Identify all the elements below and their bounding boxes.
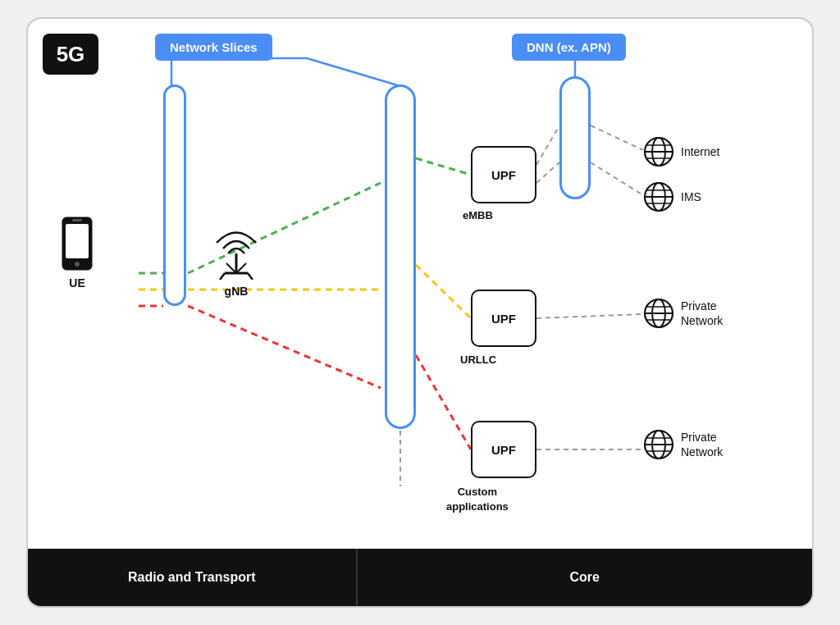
svg-rect-22	[72, 219, 82, 221]
bottom-bar: Radio and Transport Core	[28, 549, 812, 606]
svg-line-15	[591, 125, 643, 150]
custom-label: Customapplications	[446, 485, 509, 514]
pill-right	[385, 84, 416, 429]
embb-label: eMBB	[463, 209, 493, 221]
pill-dnn	[559, 76, 591, 199]
svg-line-14	[536, 162, 559, 183]
urllc-label: URLLC	[460, 354, 496, 366]
gnb-label: gNB	[225, 285, 249, 298]
svg-line-1	[307, 58, 400, 86]
private-network-2-globe-icon	[643, 429, 674, 460]
svg-line-13	[536, 125, 559, 165]
svg-line-28	[226, 263, 236, 273]
private-network-1-label: PrivateNetwork	[681, 299, 723, 328]
svg-line-4	[416, 158, 471, 175]
ims-globe-icon	[643, 181, 674, 212]
ue-label: UE	[69, 276, 84, 290]
ims-label: IMS	[681, 190, 701, 203]
network-slices-label: Network Slices	[155, 34, 272, 61]
pill-left	[163, 84, 186, 306]
bottom-core-section: Core	[358, 549, 812, 606]
svg-line-26	[220, 273, 225, 280]
svg-line-29	[236, 263, 246, 273]
connections-svg	[28, 19, 812, 549]
private-network-1-item: PrivateNetwork	[643, 298, 723, 329]
phone-icon	[61, 216, 94, 271]
private-network-2-label: PrivateNetwork	[681, 430, 723, 459]
main-area: 5G Network Slices DNN (ex. APN)	[28, 19, 812, 549]
svg-line-17	[536, 314, 643, 318]
upf-embb-box: UPF	[471, 146, 536, 203]
radio-transport-label: Radio and Transport	[128, 570, 256, 585]
svg-rect-21	[66, 224, 89, 258]
core-label: Core	[570, 570, 600, 585]
ue-device: UE	[61, 216, 94, 290]
dnn-label: DNN (ex. APN)	[512, 34, 626, 61]
svg-line-12	[188, 306, 381, 388]
internet-globe-icon	[643, 136, 674, 167]
svg-line-27	[248, 273, 253, 280]
diagram-container: 5G Network Slices DNN (ex. APN)	[26, 17, 814, 608]
svg-line-6	[416, 355, 471, 449]
ims-globe-item: IMS	[643, 181, 701, 212]
gnb-tower-icon	[208, 214, 264, 280]
internet-label: Internet	[681, 145, 719, 158]
private-network-2-item: PrivateNetwork	[643, 429, 723, 460]
5g-badge: 5G	[43, 34, 98, 75]
upf-urllc-box: UPF	[471, 290, 536, 347]
bottom-radio-section: Radio and Transport	[28, 549, 358, 606]
svg-point-23	[75, 262, 80, 267]
private-network-1-globe-icon	[643, 298, 674, 329]
internet-globe-item: Internet	[643, 136, 719, 167]
svg-line-16	[591, 162, 643, 195]
svg-line-5	[416, 265, 471, 318]
gnb-device: gNB	[208, 214, 264, 298]
upf-custom-box: UPF	[471, 421, 536, 478]
